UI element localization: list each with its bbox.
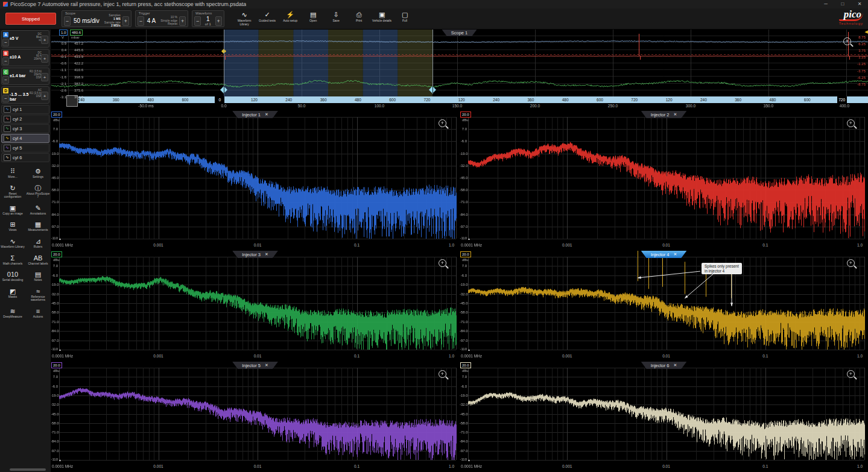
timebase-value[interactable]: 50 ms/div bbox=[74, 17, 100, 24]
settings-label: Settings bbox=[33, 175, 43, 179]
injector-3-y-label: 7.0 bbox=[51, 264, 58, 268]
channel-b-badge: B bbox=[3, 51, 8, 56]
tool-serial-decoding[interactable]: 010Serial decoding bbox=[0, 271, 25, 282]
tool-copy-as-image[interactable]: ▣Copy as image bbox=[0, 204, 25, 216]
toolbar-button-waveform-library[interactable]: ∿Waveform Library bbox=[234, 11, 255, 26]
channel-labels-label: Channel labels bbox=[28, 262, 48, 266]
tool-rulers[interactable]: ⊿Rulers bbox=[25, 238, 51, 249]
tool-actions[interactable]: ≡Actions bbox=[25, 307, 51, 319]
close-button[interactable]: ✕ bbox=[851, 0, 868, 8]
injector-6-tab-close-icon[interactable]: ✕ bbox=[673, 363, 677, 368]
tool-reset-configuration[interactable]: ↻Reset configuration bbox=[0, 184, 25, 199]
tab-injector-6[interactable]: Injector 6✕ bbox=[641, 362, 687, 369]
cylinder-item-6[interactable]: ∿cyl 6 bbox=[1, 153, 49, 162]
cylinder-list: ∿cyl 1∿cyl 2∿cyl 3∿cyl 4∿cyl 5∿cyl 6 bbox=[0, 105, 51, 162]
toolbar-button-guided-tests[interactable]: ✓Guided tests bbox=[257, 11, 278, 26]
cylinder-item-2[interactable]: ∿cyl 2 bbox=[1, 115, 49, 124]
injector-5-tab-close-icon[interactable]: ✕ bbox=[265, 363, 268, 368]
scope-left-axis-mbar-value: 422.2 bbox=[68, 61, 83, 65]
toolbar-button-print[interactable]: ⎙Print bbox=[349, 11, 370, 26]
injector-1-x-label: 0.001 bbox=[153, 243, 163, 247]
injector-4-tab-close-icon[interactable]: ✕ bbox=[673, 252, 677, 257]
cylinder-item-1[interactable]: ∿cyl 1 bbox=[1, 105, 49, 114]
cylinder-2-waveform-icon: ∿ bbox=[4, 116, 11, 122]
toolbar-button-vehicle-details[interactable]: ▣Vehicle details bbox=[372, 11, 393, 26]
waveform-previous-button[interactable]: − bbox=[194, 16, 201, 26]
channel-a[interactable]: A−±5 VDCBluex1+ bbox=[1, 30, 49, 48]
injector-1-x-label: 0.1 bbox=[354, 243, 360, 247]
channel-b[interactable]: B−±10 ADC60 A20kHz+ bbox=[1, 49, 49, 66]
channel-c-decrease-button[interactable]: − bbox=[2, 76, 9, 84]
tool-about-picoscope[interactable]: ⓘAbout PicoScope 7 bbox=[25, 184, 51, 199]
toolbar-button-save[interactable]: ⇩Save bbox=[326, 11, 347, 26]
tool-deepmeasure[interactable]: ≋DeepMeasure bbox=[0, 307, 25, 319]
channel-d-increase-button[interactable]: + bbox=[41, 92, 48, 100]
injector-3-zoom-icon[interactable]: + bbox=[439, 259, 446, 267]
scope-left-axis-v-value: 0.4 bbox=[55, 48, 66, 52]
minimize-button[interactable]: ─ bbox=[817, 0, 834, 8]
sidebar-scrollbar[interactable] bbox=[10, 468, 46, 471]
injector-3-tab-close-icon[interactable]: ✕ bbox=[265, 252, 268, 257]
injector-4-zoom-icon[interactable]: + bbox=[847, 259, 855, 267]
spectrum-panel-injector-3: Injector 3✕+20.0dBu7.0-6.0-19.0-32.0-45.… bbox=[51, 251, 460, 362]
injector-6-y-label: 7.0 bbox=[460, 375, 467, 379]
channel-c[interactable]: C−±1.4 barR2 (3.5 b)20kHzDSP+ bbox=[1, 68, 49, 85]
copy-as-image-label: Copy as image bbox=[2, 212, 22, 216]
cylinder-item-4[interactable]: ∿cyl 4 bbox=[1, 134, 49, 143]
tool-math-channels[interactable]: ΣMath channels bbox=[0, 254, 25, 266]
trigger-decrease-button[interactable]: − bbox=[138, 16, 144, 26]
tool-notes[interactable]: ▤Notes bbox=[25, 271, 51, 282]
waveform-next-button[interactable]: + bbox=[215, 16, 222, 26]
toolbar-button-open[interactable]: ▤Open bbox=[303, 11, 324, 26]
injector-1-zoom-icon[interactable]: + bbox=[439, 119, 446, 127]
tool-masks[interactable]: ◩Masks bbox=[0, 288, 25, 302]
cylinder-item-3[interactable]: ∿cyl 3 bbox=[1, 124, 49, 133]
injector-6-zoom-icon[interactable]: + bbox=[847, 370, 855, 378]
maximize-button[interactable]: □ bbox=[834, 0, 851, 8]
injector-5-zoom-icon[interactable]: + bbox=[439, 370, 446, 378]
injector-1-tab-close-icon[interactable]: ✕ bbox=[265, 112, 268, 117]
scope-right-axis-value: -6.25 bbox=[851, 76, 866, 80]
channel-a-decrease-button[interactable]: − bbox=[2, 39, 9, 46]
channel-d-decrease-button[interactable]: − bbox=[2, 95, 9, 102]
tab-injector-3[interactable]: Injector 3✕ bbox=[232, 251, 278, 258]
timebase-increase-button[interactable]: + bbox=[122, 16, 129, 26]
scope-left-axis-mbar-value: 445.6 bbox=[68, 48, 83, 52]
ruler-handle-box[interactable] bbox=[66, 95, 78, 107]
toolbar-button-auto-setup[interactable]: ⚡Auto setup bbox=[280, 11, 301, 26]
zoom-overview-icon[interactable]: + bbox=[843, 37, 851, 45]
stop-start-button[interactable]: Stopped bbox=[5, 13, 56, 25]
channel-b-increase-button[interactable]: + bbox=[41, 54, 48, 63]
tool-annotations[interactable]: ✎Annotations bbox=[25, 204, 51, 216]
tab-injector-5[interactable]: Injector 5✕ bbox=[232, 362, 278, 369]
tool-waveform-library[interactable]: ∿Waveform Library bbox=[0, 238, 25, 249]
rotation-ruler[interactable] bbox=[78, 96, 868, 103]
tab-injector-4[interactable]: Injector 4✕ bbox=[641, 251, 687, 258]
scope-canvas bbox=[51, 29, 868, 96]
channel-a-increase-button[interactable]: + bbox=[41, 36, 48, 44]
trigger-increase-button[interactable]: + bbox=[179, 16, 186, 26]
tool-measurements[interactable]: ▦Measurements bbox=[25, 221, 51, 232]
channel-b-decrease-button[interactable]: − bbox=[2, 57, 9, 65]
tool-more[interactable]: ⠿More... bbox=[0, 168, 25, 179]
trigger-threshold-value[interactable]: 4 A bbox=[147, 17, 156, 24]
injector-2-tab-close-icon[interactable]: ✕ bbox=[673, 112, 677, 117]
injector-6-y-label: -45.0 bbox=[460, 412, 467, 416]
timebase-decrease-button[interactable]: − bbox=[64, 16, 71, 26]
titlebar: PicoScope 7 Automotive rail pressure, in… bbox=[0, 0, 868, 8]
tool-reference-waveforms[interactable]: ≈Reference waveforms bbox=[25, 288, 51, 302]
injector-2-zoom-icon[interactable]: + bbox=[847, 119, 855, 127]
tool-views[interactable]: ⊞Views bbox=[0, 221, 25, 232]
tool-settings[interactable]: ⚙Settings bbox=[25, 168, 51, 179]
channel-a-badge: A bbox=[3, 32, 8, 37]
cylinder-item-5[interactable]: ∿cyl 5 bbox=[1, 143, 49, 153]
tab-scope-1[interactable]: Scope 1 bbox=[442, 29, 478, 36]
injector-3-y-unit: dBu bbox=[53, 258, 60, 262]
channel-d[interactable]: D−-1.5 ... 3.5 barACR2 (3.5 b)DSP+ bbox=[1, 86, 49, 104]
injector-1-y-scale-box: 20.0 bbox=[51, 112, 62, 118]
tab-injector-2[interactable]: Injector 2✕ bbox=[641, 111, 687, 118]
toolbar-button-full[interactable]: ▢Full bbox=[394, 11, 416, 26]
tool-channel-labels[interactable]: ABChannel labels bbox=[25, 254, 51, 266]
tab-injector-1[interactable]: Injector 1✕ bbox=[232, 111, 278, 118]
channel-c-increase-button[interactable]: + bbox=[41, 73, 48, 81]
